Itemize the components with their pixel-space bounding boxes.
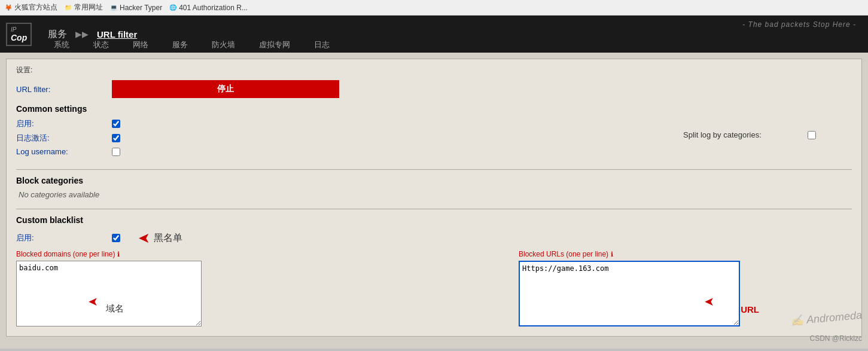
log-active-checkbox[interactable] [112,134,120,142]
block-categories-group: Block categories No categories available [16,169,852,199]
csdn-credit: CSDN @Ricklzc [809,334,862,343]
nav-link-vpn[interactable]: 虚拟专网 [247,37,302,53]
blacklist-enable-checkbox[interactable] [112,234,120,242]
tab-firefox-label: 火狐官方站点 [14,2,57,13]
no-categories-text: No categories available [19,190,852,199]
split-log-checkbox[interactable] [808,131,816,139]
url-filter-label: URL filter: [16,85,112,94]
settings-card: 设置: URL filter: 停止 Common settings 启用: 日… [6,59,862,337]
custom-blacklist-heading: Custom blacklist [16,215,852,225]
common-settings-heading: Common settings [16,104,852,114]
custom-blacklist-group: Custom blacklist 启用: ➤ 黑名单 Blocked domai… [16,209,852,326]
blacklist-enable-row: 启用: ➤ 黑名单 [16,230,852,246]
firefox-icon: 🦊 [5,4,12,11]
log-username-row: Log username: [16,147,120,156]
nav-link-service[interactable]: 服务 [160,37,200,53]
tab-hacker-label: Hacker Typer [120,4,162,12]
tab-bookmarks[interactable]: 📁 常用网址 [65,2,103,13]
blocked-urls-col: Blocked URLs (one per line) ℹ Https://ga… [519,250,740,326]
top-nav: IP Cop 服务 ▶▶ URL filter - The bad packet… [0,16,868,53]
url-arrow: ➤ [704,294,714,309]
status-stop-button[interactable]: 停止 [112,80,339,98]
browser-bar: 🦊 火狐官方站点 📁 常用网址 💻 Hacker Typer 🌐 401 Aut… [0,0,868,16]
common-settings-group: Common settings 启用: 日志激活: Log use [16,104,852,160]
blocked-domains-col: Blocked domains (one per line) ℹ baidu.c… [16,250,202,326]
log-username-label: Log username: [16,147,112,156]
nav-link-log[interactable]: 日志 [302,37,342,53]
domain-annotation: 域名 [106,303,124,315]
split-log-label: Split log by categories: [683,130,803,139]
blacklist-annotation: 黑名单 [154,232,182,245]
nav-link-network[interactable]: 网络 [121,37,160,53]
url-filter-row: URL filter: 停止 [16,80,852,98]
tab-hacker-typer[interactable]: 💻 Hacker Typer [110,4,162,12]
hacker-icon: 💻 [110,4,117,11]
web-icon: 🌐 [169,4,176,11]
logo-area: IP Cop [0,16,42,53]
enable-checkbox[interactable] [112,120,120,128]
nav-bottom-links: 系统 状态 网络 服务 防火墙 虚拟专网 日志 [42,37,342,53]
enable-label: 启用: [16,118,112,129]
blocked-domains-label: Blocked domains (one per line) ℹ [16,250,202,258]
tab-bookmarks-label: 常用网址 [74,2,103,13]
blocked-urls-label: Blocked URLs (one per line) ℹ [519,250,740,258]
log-active-label: 日志激活: [16,133,112,144]
blacklist-enable-label: 启用: [16,233,112,243]
url-annotation: URL [741,304,759,315]
block-categories-heading: Block categories [16,176,852,185]
enable-row: 启用: [16,118,120,129]
tab-401[interactable]: 🌐 401 Authorization R... [169,4,248,12]
nav-link-firewall[interactable]: 防火墙 [200,37,247,53]
folder-icon: 📁 [65,4,72,11]
nav-tagline: - The bad packets Stop Here - [742,20,856,29]
blocked-domains-textarea[interactable]: baidu.com [16,261,202,326]
urls-info-icon[interactable]: ℹ [611,251,613,258]
blacklist-arrow: ➤ [138,230,150,246]
blocked-urls-textarea[interactable]: Https://game.163.com [519,261,740,326]
main-content: 设置: URL filter: 停止 Common settings 启用: 日… [0,53,868,349]
tab-firefox[interactable]: 🦊 火狐官方站点 [5,2,57,13]
tab-401-label: 401 Authorization R... [179,4,248,12]
log-active-row: 日志激活: [16,133,120,144]
section-title: 设置: [16,65,852,75]
nav-link-system[interactable]: 系统 [42,37,81,53]
logo: IP Cop [6,23,32,46]
domain-arrow: ➤ [88,294,98,309]
nav-link-status[interactable]: 状态 [81,37,121,53]
domains-info-icon[interactable]: ℹ [117,251,120,258]
log-username-checkbox[interactable] [112,148,120,156]
